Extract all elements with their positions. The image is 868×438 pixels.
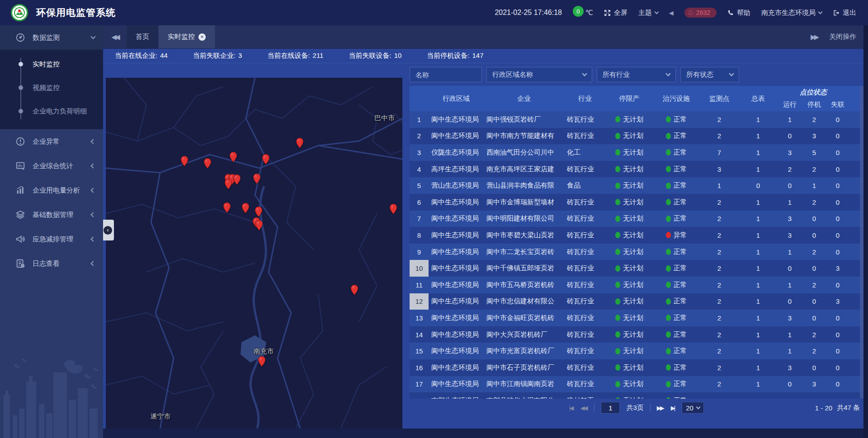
table-row[interactable]: 14 阆中生态环境局 阆中大兴页岩机砖厂 砖瓦行业 无计划 正常 2 1 1 2… [410,326,863,343]
status-dot [615,149,620,155]
cell-monitor-points: 7 [700,144,739,161]
page-number-input[interactable] [601,402,620,414]
map-pin-icon[interactable] [223,202,231,213]
close-operations-button[interactable]: 关闭操作 [829,33,856,41]
status-dot [615,232,620,238]
table-row[interactable]: 9 阆中生态环境局 阆中市二龙长宝页岩砖 砖瓦行业 无计划 正常 2 1 1 2… [410,244,863,260]
cell-monitor-points: 2 [700,293,739,310]
map-pin-icon[interactable] [255,206,263,217]
theme-dropdown[interactable]: 主题 [638,9,658,17]
table-row[interactable]: 6 阆中生态环境局 阆中市金博瑞新型墙材 砖瓦行业 无计划 正常 2 1 1 2… [410,194,863,211]
table-row[interactable]: 13 阆中生态环境局 阆中市金福旺页岩机砖 砖瓦行业 无计划 正常 2 1 3 … [410,310,863,326]
region-select[interactable]: 行政区域名称 [486,67,592,82]
cell-pollution-facility: 正常 [653,144,700,161]
status-dot [666,133,671,139]
map-panel[interactable]: 巴中市南充市遂宁市 [106,78,402,429]
sidebar-collapse-toggle[interactable]: ‹ [102,220,114,240]
map-pin-icon[interactable] [255,220,263,231]
table-row[interactable]: 10 阆中生态环境局 阆中千佛镇五郎垭页岩 砖瓦行业 无计划 正常 2 1 0 … [410,260,863,277]
map-pin-icon[interactable] [224,179,232,190]
cell-monitor-points: 2 [700,277,739,293]
cell-index: 12 [410,293,429,310]
skyline-decoration [0,341,103,438]
status-dot [615,199,620,205]
table-row[interactable]: 16 阆中生态环境局 阆中市石子页岩机砖厂 砖瓦行业 无计划 正常 2 1 3 … [410,359,863,376]
sidebar-item-data-monitor[interactable]: 数据监测 [0,25,103,50]
cell-total-meters: 1 [739,194,778,211]
page-size-select[interactable]: 20 [682,402,704,414]
cell-pollution-facility: 正常 [653,177,700,194]
table-row[interactable]: 1 阆中生态环境局 阆中强锐页岩砖厂 砖瓦行业 无计划 正常 2 1 1 2 0 [410,111,863,128]
map-pin-icon[interactable] [229,151,237,163]
table-row[interactable]: 15 阆中生态环境局 阆中市光富页岩机砖厂 砖瓦行业 无计划 正常 2 1 1 … [410,343,863,359]
table-row[interactable]: 5 营山生态环境局 营山县润丰肉食品有限 食品 无计划 正常 1 0 0 1 0 [410,177,863,194]
close-icon[interactable]: ✕ [198,33,206,41]
sidebar-item-emergency-reduction[interactable]: 应急减排管理 [0,227,103,251]
table-row[interactable]: 12 阆中生态环境局 阆中市忠信建材有限公 砖瓦行业 无计划 正常 2 1 0 … [410,293,863,310]
cell-offline: 0 [826,244,849,260]
map-pin-icon[interactable] [258,356,266,367]
cell-region: 阆中生态环境局 [429,260,484,277]
tabs-scroll-left-icon[interactable]: ◀◀ [103,25,127,48]
org-dropdown[interactable]: 南充市生态环境局 [761,9,822,17]
table-row[interactable]: 18 南部生态环境局 南部县矿华水泥有限公 建材加工 无计划 正常 6 0 0 … [410,392,863,399]
sidebar-item-enterprise-statistics[interactable]: 企业综合统计 [0,154,103,178]
status-select[interactable]: 所有状态 [680,67,739,82]
sidebar-item-power-load-detail[interactable]: 企业电力负荷明细 [0,99,103,123]
map-pin-icon[interactable] [180,155,189,167]
table-row[interactable]: 17 阆中生态环境局 阆中市江南镇阆南页岩 砖瓦行业 无计划 正常 2 1 0 … [410,376,863,393]
pagination-range: 1 - 20 共47 条 [815,400,860,416]
table-scrollbar[interactable] [860,86,863,399]
stat-label: 当前失联设备: [349,52,391,60]
table-row[interactable]: 8 阆中生态环境局 阆中市枣碧大梁山页岩 砖瓦行业 无计划 异常 2 1 3 0… [410,227,863,244]
table-row[interactable]: 3 仪陇生态环境局 西南油气田分公司川中 化工 无计划 正常 7 1 3 5 0 [410,144,863,161]
map-pin-icon[interactable] [233,174,241,185]
fullscreen-button[interactable]: 全屏 [604,9,627,17]
cell-industry: 食品 [564,177,606,194]
cell-production-limit: 无计划 [606,293,653,310]
map-pin-icon[interactable] [350,284,359,296]
cell-company: 阆中市忠信建材有限公 [484,293,564,310]
sidebar-item-enterprise-abnormal[interactable]: 企业异常 [0,129,103,154]
industry-select[interactable]: 所有行业 [597,67,676,82]
map-pin-icon[interactable] [262,154,270,165]
status-dot [615,381,620,387]
cell-monitor-points: 2 [700,128,739,145]
table-header: 行政区域 企业 行业 停限产 治污设施 监测点 总表 点位状态 运行 停机 失联 [410,86,863,111]
table-row[interactable]: 7 阆中生态环境局 阆中明阳建材有限公司 砖瓦行业 无计划 正常 2 1 3 0… [410,211,863,227]
first-page-icon[interactable]: |◀ [569,405,574,411]
next-page-icon[interactable]: ▶▶ [657,405,665,411]
mute-speaker-icon[interactable]: ◀ [669,9,674,16]
sidebar-item-base-data[interactable]: 基础数据管理 [0,203,103,227]
enterprise-table: 行政区域 企业 行业 停限产 治污设施 监测点 总表 点位状态 运行 停机 失联 [410,86,863,399]
map-pin-icon[interactable] [203,158,212,169]
sidebar-item-power-analysis[interactable]: 企业用电量分析 [0,178,103,203]
cell-index: 17 [410,376,429,393]
map-pin-icon[interactable] [253,173,261,184]
map-pin-icon[interactable] [389,203,397,215]
table-row[interactable]: 2 阆中生态环境局 阆中市南方节能建材有 砖瓦行业 无计划 正常 2 1 0 3… [410,128,863,145]
stat-label: 当前停机设备: [427,52,469,60]
cell-offline: 0 [826,161,849,178]
notification-badge[interactable]: 2632 [684,8,717,18]
help-button[interactable]: 帮助 [727,9,750,17]
table-row[interactable]: 11 阆中生态环境局 阆中市五马桥页岩机砖 砖瓦行业 无计划 正常 2 1 1 … [410,277,863,293]
cell-offline: 0 [826,227,849,244]
sidebar-item-video-monitor[interactable]: 视频监控 [0,76,103,99]
table-row[interactable]: 4 高坪生态环境局 南充市高坪区王家店建 砖瓦行业 无计划 正常 3 1 2 2… [410,161,863,178]
cell-pollution-facility: 正常 [653,376,700,393]
map-pin-icon[interactable] [296,137,304,149]
last-page-icon[interactable]: ▶| [671,405,675,411]
chevron-left-icon [90,163,95,168]
tab-home[interactable]: 首页 [127,25,159,48]
tabs-scroll-right-icon[interactable]: ▶▶ [811,33,817,41]
logout-button[interactable]: 退出 [833,9,856,17]
name-search-input[interactable] [410,67,482,82]
sidebar-item-realtime-monitor[interactable]: 实时监控 [0,52,103,76]
tab-realtime-monitor[interactable]: 实时监控 ✕ [159,25,215,48]
page-scrollbar[interactable] [863,25,868,438]
prev-page-icon[interactable]: ◀◀ [580,405,588,411]
chevron-down-icon [729,71,734,76]
sidebar-item-log-view[interactable]: 日志查看 [0,251,103,276]
map-pin-icon[interactable] [241,203,250,214]
